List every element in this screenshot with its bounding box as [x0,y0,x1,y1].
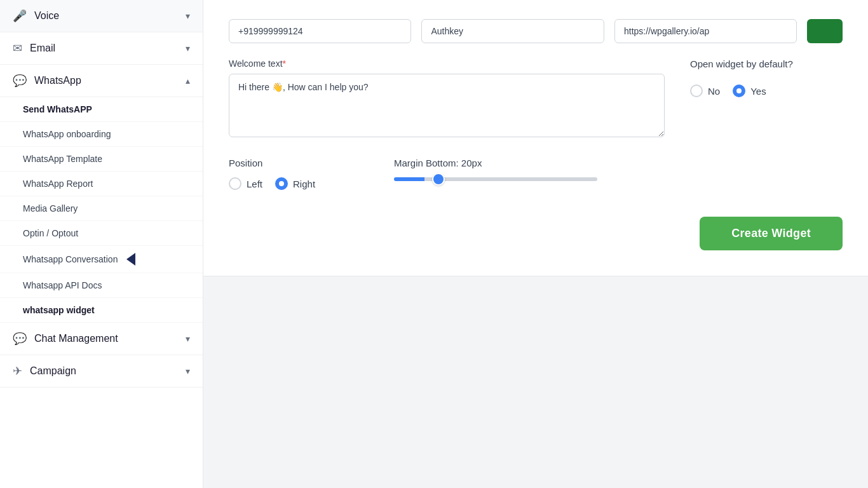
voice-icon: 🎤 [13,9,27,23]
radio-left-label: Left [247,179,262,189]
sidebar-subitem-optin-optout[interactable]: Optin / Optout [0,221,203,246]
position-label: Position [229,158,356,168]
sidebar-subitem-media-gallery[interactable]: Media Gallery [0,196,203,221]
radio-left-option[interactable]: Left [229,177,262,190]
welcome-text-section: Welcome text* Hi there 👋, How can I help… [229,58,665,140]
phone-input[interactable] [229,19,411,43]
sidebar-item-campaign[interactable]: ✈ Campaign ▾ [0,355,203,388]
slider-container [394,177,843,181]
sidebar-subitem-whatsapp-widget[interactable]: whatsapp widget [0,298,203,323]
sidebar-label-voice: Voice [34,10,59,22]
chevron-down-icon: ▾ [186,334,190,344]
welcome-text-label: Welcome text* [229,58,665,69]
position-section: Position Left Right [229,158,356,190]
sidebar-subitem-whatsapp-onboarding[interactable]: WhatsApp onboarding [0,122,203,147]
radio-right-option[interactable]: Right [275,177,315,190]
sidebar-subitem-whatsapp-report[interactable]: WhatsApp Report [0,172,203,196]
sidebar-item-chat-management[interactable]: 💬 Chat Management ▾ [0,323,203,355]
sidebar-label-campaign: Campaign [30,365,76,377]
open-widget-label: Open widget by default? [690,58,843,69]
url-input[interactable] [614,19,797,43]
radio-no-option[interactable]: No [690,85,720,97]
email-icon: ✉ [13,41,22,55]
open-widget-section: Open widget by default? No Yes [690,58,843,140]
gray-area [203,276,868,467]
margin-label: Margin Bottom: 20px [394,158,843,168]
margin-section: Margin Bottom: 20px [394,158,843,181]
sidebar-subitem-whatsapp-api-docs[interactable]: Whatsapp API Docs [0,273,203,298]
top-submit-button[interactable] [807,19,843,43]
sidebar-item-voice[interactable]: 🎤 Voice ▾ [0,0,203,32]
position-radio-group: Left Right [229,177,356,190]
whatsapp-icon: 💬 [13,74,27,88]
radio-yes-label: Yes [750,86,766,97]
sidebar-subitem-send-whatsapp[interactable]: Send WhatsAPP [0,97,203,122]
margin-slider[interactable] [394,177,597,181]
chevron-down-icon: ▾ [186,366,190,376]
sidebar-item-email[interactable]: ✉ Email ▾ [0,32,203,65]
radio-right-label: Right [293,179,315,189]
sidebar: 🎤 Voice ▾ ✉ Email ▾ 💬 WhatsApp ▴ Send Wh… [0,0,203,488]
open-widget-radio-group: No Yes [690,85,843,97]
top-inputs-row [229,19,843,43]
radio-right-circle [275,177,288,190]
chevron-down-icon: ▾ [186,43,190,53]
radio-no-label: No [708,86,720,97]
create-widget-row: Create Widget [229,210,843,250]
welcome-row: Welcome text* Hi there 👋, How can I help… [229,58,843,140]
sidebar-label-email: Email [30,43,55,54]
campaign-icon: ✈ [13,364,22,378]
chevron-down-icon: ▾ [186,11,190,21]
chevron-up-icon: ▴ [186,76,190,86]
authkey-input[interactable] [421,19,604,43]
sidebar-label-whatsapp: WhatsApp [34,75,81,86]
sidebar-subitem-whatsapp-template[interactable]: WhatsApp Template [0,147,203,172]
widget-form-card: Welcome text* Hi there 👋, How can I help… [203,0,868,276]
active-arrow-indicator [126,253,135,266]
main-content: Welcome text* Hi there 👋, How can I help… [203,0,868,488]
position-row: Position Left Right Margin Bottom: 20px [229,158,843,190]
radio-yes-option[interactable]: Yes [733,85,766,97]
sidebar-label-chat-management: Chat Management [34,333,118,344]
create-widget-button[interactable]: Create Widget [700,217,843,250]
radio-no-circle [690,85,703,97]
sidebar-item-whatsapp[interactable]: 💬 WhatsApp ▴ [0,65,203,97]
sidebar-subitem-whatsapp-conversation[interactable]: Whatsapp Conversation [0,246,203,273]
chat-management-icon: 💬 [13,332,27,346]
welcome-text-textarea[interactable]: Hi there 👋, How can I help you? [229,74,665,137]
radio-left-circle [229,177,241,190]
radio-yes-circle [733,85,745,97]
